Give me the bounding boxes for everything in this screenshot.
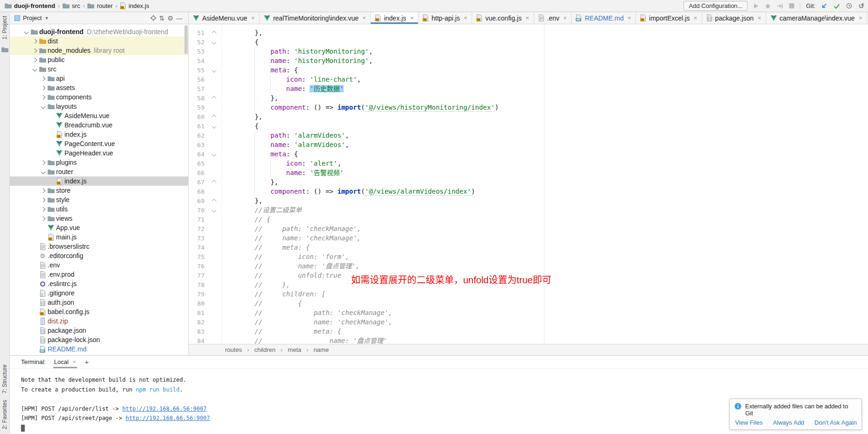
tree-item-.env.prod[interactable]: .env.prod xyxy=(10,270,188,279)
tab-index.js[interactable]: JSindex.js✕ xyxy=(371,12,418,24)
tree-item-layouts[interactable]: layouts xyxy=(10,102,188,111)
close-icon[interactable]: ✕ xyxy=(859,15,862,21)
fold-marker-icon[interactable] xyxy=(212,180,216,184)
tree-item-dist.zip[interactable]: dist.zip xyxy=(10,316,188,326)
tree-item-node_modules[interactable]: node_moduleslibrary root xyxy=(10,46,188,55)
chevron-down-icon[interactable] xyxy=(24,29,28,34)
tree-item-App.vue[interactable]: App.vue xyxy=(10,223,188,232)
fold-marker-icon[interactable] xyxy=(212,198,216,203)
chevron-right-icon[interactable] xyxy=(32,57,37,62)
tree-item-components[interactable]: components xyxy=(10,92,188,102)
tree-item-main.js[interactable]: JSmain.js xyxy=(10,232,188,242)
terminal-link[interactable]: http://192.168.66.56:9007 xyxy=(122,406,207,412)
terminal-tab-local[interactable]: Local ✕ xyxy=(54,356,76,368)
close-icon[interactable]: ✕ xyxy=(628,15,631,21)
chevron-right-icon[interactable] xyxy=(41,216,45,221)
tree-item-api[interactable]: api xyxy=(10,74,188,83)
tree-item-store[interactable]: store xyxy=(10,186,188,195)
tab-importExcel.js[interactable]: JSimportExcel.js✕ xyxy=(636,12,702,24)
panel-settings-icon[interactable]: ⚙ xyxy=(167,15,173,21)
fold-marker-icon[interactable] xyxy=(212,30,216,35)
tree-item-public[interactable]: public xyxy=(10,55,188,64)
tree-item-index.js[interactable]: JSindex.js xyxy=(10,130,188,139)
tree-item-babel.config.js[interactable]: JSbabel.config.js xyxy=(10,307,188,316)
tree-item-index.js[interactable]: JSindex.js xyxy=(10,176,188,186)
tree-item-.browserslistrc[interactable]: .browserslistrc xyxy=(10,242,188,251)
stop-icon[interactable] xyxy=(789,3,794,8)
chevron-right-icon[interactable] xyxy=(41,76,45,81)
fold-marker-icon[interactable] xyxy=(212,152,216,156)
run-icon[interactable] xyxy=(753,3,759,9)
close-icon[interactable]: ✕ xyxy=(464,15,467,21)
close-icon[interactable]: ✕ xyxy=(362,15,366,21)
attach-icon[interactable] xyxy=(777,3,783,9)
collapse-all-icon[interactable]: ⇅ xyxy=(159,15,165,21)
tree-item-.env[interactable]: .env xyxy=(10,260,188,270)
tab-http-api.js[interactable]: JShttp-api.js✕ xyxy=(418,12,472,24)
notification-action-don't-ask-again[interactable]: Don't Ask Again xyxy=(814,419,857,426)
tree-item-src[interactable]: src xyxy=(10,64,188,74)
tree-item-.eslintrc.js[interactable]: .eslintrc.js xyxy=(10,279,188,288)
close-icon[interactable]: ✕ xyxy=(525,15,529,21)
code-crumb-children[interactable]: children xyxy=(254,346,275,353)
tree-item-Breadcrumb.vue[interactable]: Breadcrumb.vue xyxy=(10,120,188,130)
chevron-right-icon[interactable] xyxy=(41,188,45,193)
tree-item-style[interactable]: style xyxy=(10,195,188,204)
tree-item-package-lock.json[interactable]: {}package-lock.json xyxy=(10,335,188,344)
rollback-icon[interactable]: ↺ xyxy=(858,2,864,9)
tree-item-duoji-frontend[interactable]: duoji-frontendD:\zheheWeb\duoji-frontend xyxy=(10,27,188,36)
chevron-right-icon[interactable] xyxy=(32,48,37,53)
notification-action-always-add[interactable]: Always Add xyxy=(773,419,804,426)
git-commit-icon[interactable] xyxy=(833,3,840,9)
new-terminal-icon[interactable]: + xyxy=(85,358,89,366)
project-toolwindow-icon[interactable] xyxy=(1,46,8,55)
tree-item-.gitignore[interactable]: .gitignore xyxy=(10,288,188,298)
close-icon[interactable]: ✕ xyxy=(410,15,414,21)
code-crumb-name[interactable]: name xyxy=(314,346,329,353)
chevron-right-icon[interactable] xyxy=(41,95,45,99)
close-icon[interactable]: ✕ xyxy=(757,15,761,21)
terminal-link[interactable]: http://192.168.66.56:9007 xyxy=(126,415,210,421)
chevron-down-icon[interactable] xyxy=(41,104,45,109)
fold-marker-icon[interactable] xyxy=(212,124,216,128)
tree-scrollbar[interactable] xyxy=(184,25,188,54)
chevron-down-icon[interactable] xyxy=(41,169,45,174)
fold-marker-icon[interactable] xyxy=(212,208,216,212)
tab-package.json[interactable]: {}package.json✕ xyxy=(702,12,766,24)
tree-item-router[interactable]: router xyxy=(10,167,188,176)
fold-marker-icon[interactable] xyxy=(212,114,216,119)
close-icon[interactable]: ✕ xyxy=(693,15,697,21)
fold-marker-icon[interactable] xyxy=(212,40,216,44)
tree-item-views[interactable]: views xyxy=(10,214,188,223)
nav-crumb-router[interactable]: router xyxy=(87,2,113,9)
tab-cameraManage\index.vue[interactable]: cameraManage\index.vue✕ xyxy=(766,12,868,24)
debug-icon[interactable] xyxy=(765,3,771,9)
chevron-right-icon[interactable] xyxy=(41,160,45,165)
chevron-right-icon[interactable] xyxy=(32,39,37,43)
code-editor[interactable]: 如需设置展开的二级菜单，unfold设置为true即可 51 },52 {53 … xyxy=(189,24,868,344)
fold-marker-icon[interactable] xyxy=(212,96,216,100)
tree-item-AsideMenu.vue[interactable]: AsideMenu.vue xyxy=(10,111,188,120)
tree-item-.editorconfig[interactable]: ⚙.editorconfig xyxy=(10,251,188,260)
tree-item-PageContent.vue[interactable]: PageContent.vue xyxy=(10,139,188,148)
tree-item-README.md[interactable]: MDREADME.md xyxy=(10,344,188,354)
tree-item-auth.json[interactable]: {}auth.json xyxy=(10,298,188,307)
nav-crumb-src[interactable]: src xyxy=(63,2,80,9)
nav-crumb-duoji-frontend[interactable]: duoji-frontend xyxy=(5,2,55,9)
tree-item-assets[interactable]: assets xyxy=(10,83,188,92)
chevron-right-icon[interactable] xyxy=(41,197,45,202)
tree-item-package.json[interactable]: {}package.json xyxy=(10,326,188,335)
code-crumb-meta[interactable]: meta xyxy=(288,346,301,353)
project-tree[interactable]: duoji-frontendD:\zheheWeb\duoji-frontend… xyxy=(10,24,188,355)
chevron-right-icon[interactable] xyxy=(41,207,45,211)
close-icon[interactable]: ✕ xyxy=(251,15,255,21)
tab-README.md[interactable]: MDREADME.md✕ xyxy=(572,12,636,24)
add-configuration-button[interactable]: Add Configuration... xyxy=(684,1,748,11)
tree-item-plugins[interactable]: plugins xyxy=(10,158,188,167)
fold-marker-icon[interactable] xyxy=(212,68,216,72)
tab-vue.config.js[interactable]: JSvue.config.js✕ xyxy=(472,12,534,24)
tree-item-utils[interactable]: utils xyxy=(10,204,188,214)
stripe-structure-button[interactable]: 7: Structure xyxy=(1,364,8,393)
close-icon[interactable]: ✕ xyxy=(72,359,76,364)
hide-panel-icon[interactable]: — xyxy=(176,15,183,21)
